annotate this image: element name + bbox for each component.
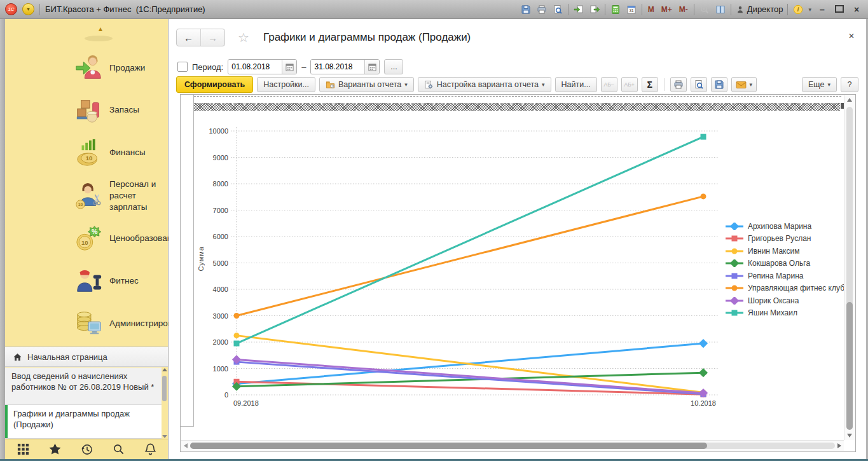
scroll-left-arrow-icon[interactable] [184, 443, 188, 448]
legend-item: Шорик Оксана [725, 294, 854, 307]
svg-text:31: 31 [629, 8, 634, 13]
caret-down-icon: ▾ [827, 81, 830, 88]
svg-text:%: % [92, 228, 98, 235]
scroll-down-arrow-icon[interactable] [162, 435, 167, 438]
horizontal-scrollbar[interactable] [181, 440, 844, 451]
sidebar-item-sales[interactable]: Продажи [5, 47, 168, 89]
find-button[interactable]: Найти... [555, 77, 597, 92]
minimize-button[interactable]: – [816, 4, 829, 15]
sidebar-item-label: Персонал и расчет зарплаты [109, 179, 168, 213]
favorite-star-icon[interactable]: ☆ [238, 30, 249, 45]
sidebar-item-finance[interactable]: 10 Финансы [5, 132, 168, 174]
folder-icon [326, 80, 335, 90]
memory-minus-button[interactable]: M- [678, 5, 689, 14]
memory-button[interactable]: M [647, 5, 656, 14]
fitness-icon [71, 265, 107, 298]
generate-button[interactable]: Сформировать [176, 76, 253, 93]
sidebar-item-pricing[interactable]: 10% Ценообразование [5, 217, 168, 259]
scroll-down-arrow-icon[interactable] [847, 434, 852, 437]
date-from-calendar-button[interactable] [282, 60, 296, 74]
open-window-tab-active[interactable]: Графики и диаграммы продаж (Продажи) [5, 405, 162, 439]
maximize-button[interactable] [833, 4, 846, 15]
find-previous-button: АБ– [601, 77, 617, 92]
scroll-up-icon[interactable]: ▴ [99, 24, 102, 33]
home-icon [13, 352, 22, 362]
more-actions-button[interactable]: Еще ▾ [802, 77, 837, 92]
divider [787, 4, 788, 15]
more-label: Еще [808, 80, 824, 89]
report-variants-button[interactable]: Варианты отчета ▾ [319, 77, 414, 92]
sidebar-item-label: Финансы [109, 147, 168, 158]
scroll-right-arrow-icon[interactable] [837, 443, 841, 448]
save-result-button[interactable] [711, 77, 727, 92]
sidebar-item-fitness[interactable]: Фитнес [5, 260, 168, 302]
print-preview-icon[interactable] [552, 4, 563, 15]
chart-legend: Архипова МаринаГригорьев РусланИвнин Мак… [725, 220, 854, 319]
sections-panel: ▴ Продажи Запасы 10 Финансы 10 Персонал … [5, 19, 169, 459]
date-to-group [310, 59, 380, 74]
finance-icon: 10 [71, 136, 107, 169]
period-more-button[interactable]: ... [384, 59, 403, 74]
main-menu-button[interactable]: ▾ [22, 3, 34, 15]
search-icon[interactable] [111, 442, 126, 457]
scroll-up-arrow-icon[interactable] [162, 368, 167, 371]
1c-logo-icon: 1С [5, 3, 17, 15]
calendar-icon[interactable]: 31 [626, 4, 637, 15]
legend-marker-icon [725, 235, 744, 242]
notifications-bell-icon[interactable] [142, 442, 158, 457]
forward-button[interactable]: → [201, 29, 224, 46]
import-icon[interactable] [573, 4, 584, 15]
date-to-input[interactable] [311, 60, 364, 74]
sidebar-item-administration[interactable]: Администрирование [5, 303, 168, 345]
sales-chart: 0100020003000400050006000700080009000100… [181, 95, 727, 416]
send-email-button[interactable]: ▾ [731, 77, 757, 92]
date-to-calendar-button[interactable] [364, 60, 379, 74]
info-icon[interactable]: i [792, 4, 804, 15]
close-page-button[interactable]: × [846, 31, 857, 42]
info-caret-icon[interactable]: ▾ [808, 6, 811, 13]
sidebar-item-label: Запасы [109, 104, 168, 116]
print-button[interactable] [670, 77, 687, 92]
period-filter-row: Период: – ... [177, 58, 403, 75]
sidebar-item-hr-payroll[interactable]: 10 Персонал и расчет зарплаты [5, 175, 168, 217]
memory-plus-button[interactable]: M+ [660, 5, 673, 14]
close-window-button[interactable]: × [850, 4, 863, 15]
scrollbar-thumb[interactable] [190, 443, 707, 449]
print-icon[interactable] [536, 4, 548, 15]
svg-text:10.2018: 10.2018 [691, 399, 716, 407]
current-user[interactable]: Директор [736, 4, 783, 14]
preview-button[interactable] [691, 77, 707, 92]
svg-text:1000: 1000 [213, 365, 228, 373]
history-icon[interactable] [79, 442, 94, 457]
open-window-tab[interactable]: Ввод сведений о начислениях работников №… [5, 368, 162, 405]
divider [39, 4, 40, 15]
tabs-scrollbar[interactable] [162, 368, 167, 438]
scrollbar-thumb[interactable] [162, 376, 167, 401]
caret-down-icon: ▾ [404, 81, 408, 88]
stock-icon [71, 93, 107, 127]
period-checkbox[interactable] [177, 62, 188, 72]
home-page-button[interactable]: Начальная страница [5, 347, 168, 367]
envelope-icon [736, 81, 747, 89]
vertical-scrollbar[interactable] [844, 95, 855, 440]
scrollbar-thumb[interactable] [846, 302, 853, 430]
export-icon[interactable] [589, 4, 600, 15]
date-from-input[interactable] [228, 60, 282, 74]
help-button[interactable]: ? [841, 77, 858, 92]
sidebar-item-stock[interactable]: Запасы [5, 89, 168, 131]
pricing-icon: 10% [71, 222, 107, 255]
save-icon[interactable] [520, 4, 532, 15]
caret-down-icon: ▾ [542, 81, 545, 88]
back-button[interactable]: ← [177, 29, 201, 46]
favorites-icon[interactable] [47, 442, 62, 457]
divider [605, 4, 605, 15]
variant-setup-button[interactable]: Настройка варианта отчета ▾ [418, 77, 551, 92]
calculator-icon[interactable] [610, 4, 621, 15]
settings-button[interactable]: Настройки... [257, 77, 315, 92]
sum-button[interactable]: Σ [642, 77, 658, 92]
svg-text:3000: 3000 [213, 312, 228, 320]
scroll-up-arrow-icon[interactable] [847, 98, 852, 102]
split-view-icon[interactable] [715, 4, 726, 15]
all-functions-menu-icon[interactable] [15, 442, 31, 457]
sidebar-item-label: Продажи [109, 62, 168, 74]
